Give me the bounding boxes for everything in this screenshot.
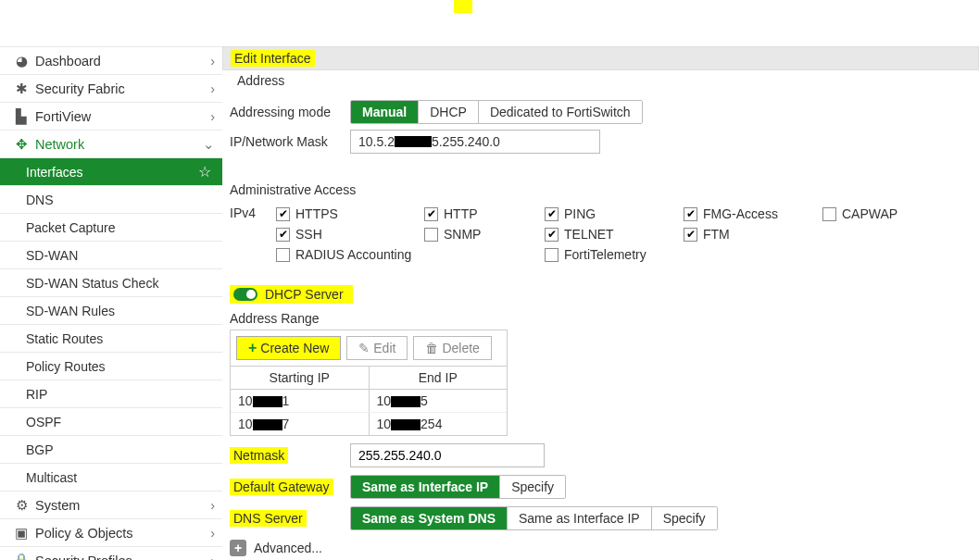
star-icon[interactable]: ☆ bbox=[198, 165, 211, 180]
sidebar-sub-packet-capture[interactable]: Packet Capture bbox=[0, 214, 222, 242]
panel-title-bar: Edit Interface bbox=[222, 46, 979, 70]
sidebar-label: Network bbox=[35, 137, 203, 152]
dns-segments: Same as System DNS Same as Interface IP … bbox=[350, 506, 718, 530]
checkbox-icon bbox=[424, 228, 438, 242]
sidebar-sub-dns[interactable]: DNS bbox=[0, 186, 222, 214]
chevron-right-icon: › bbox=[210, 109, 215, 124]
mode-dhcp[interactable]: DHCP bbox=[418, 101, 478, 123]
plus-square-icon: + bbox=[230, 540, 246, 556]
sidebar-item-security-profiles[interactable]: 🔒 Security Profiles › bbox=[0, 547, 222, 560]
sidebar-label: System bbox=[35, 498, 210, 513]
address-range-table: + Create New ✎ Edit 🗑 Delete S bbox=[230, 330, 508, 436]
col-end-ip: End IP bbox=[370, 367, 508, 389]
chk-capwap[interactable]: CAPWAP bbox=[822, 204, 934, 224]
checkbox-icon bbox=[822, 207, 836, 221]
chk-ftm[interactable]: FTM bbox=[684, 224, 822, 244]
table-row[interactable]: 107 10254 bbox=[231, 412, 507, 435]
chk-http[interactable]: HTTP bbox=[424, 204, 545, 224]
dhcp-title: DHCP Server bbox=[265, 287, 344, 302]
chevron-down-icon: ⌄ bbox=[203, 137, 215, 152]
sidebar-item-security-fabric[interactable]: ✱ Security Fabric › bbox=[0, 75, 222, 103]
gateway-label: Default Gateway bbox=[230, 479, 333, 495]
sidebar-sub-sdwan-status[interactable]: SD-WAN Status Check bbox=[0, 269, 222, 297]
checkbox-icon bbox=[276, 228, 290, 242]
sidebar-item-fortiview[interactable]: ▙ FortiView › bbox=[0, 103, 222, 131]
dhcp-toggle[interactable] bbox=[233, 288, 257, 301]
chk-radius[interactable]: RADIUS Accounting bbox=[276, 244, 424, 265]
edit-button[interactable]: ✎ Edit bbox=[346, 336, 408, 360]
netmask-label: Netmask bbox=[230, 447, 288, 464]
trash-icon: 🗑 bbox=[425, 341, 438, 355]
gateway-segments: Same as Interface IP Specify bbox=[350, 475, 566, 499]
sidebar-label: Policy & Objects bbox=[35, 526, 210, 541]
sidebar-label: Dashboard bbox=[35, 54, 210, 68]
redaction bbox=[391, 396, 420, 407]
fabric-icon: ✱ bbox=[13, 81, 30, 96]
chevron-right-icon: › bbox=[210, 81, 215, 96]
sidebar-sub-bgp[interactable]: BGP bbox=[0, 436, 222, 464]
advanced-toggle[interactable]: + Advanced... bbox=[230, 540, 979, 556]
address-range-label: Address Range bbox=[230, 311, 979, 326]
pencil-icon: ✎ bbox=[358, 341, 370, 355]
sidebar-sub-multicast[interactable]: Multicast bbox=[0, 464, 222, 492]
sidebar-item-policy-objects[interactable]: ▣ Policy & Objects › bbox=[0, 519, 222, 547]
addressing-mode-segments: Manual DHCP Dedicated to FortiSwitch bbox=[350, 100, 643, 124]
admin-access-header: Administrative Access bbox=[230, 180, 979, 200]
sidebar-item-network[interactable]: ✥ Network ⌄ bbox=[0, 131, 222, 158]
mode-manual[interactable]: Manual bbox=[351, 101, 418, 123]
table-row[interactable]: 101 105 bbox=[231, 390, 507, 412]
sidebar-sub-sdwan[interactable]: SD-WAN bbox=[0, 242, 222, 269]
sidebar-sub-static-routes[interactable]: Static Routes bbox=[0, 325, 222, 353]
gateway-specify[interactable]: Specify bbox=[499, 476, 565, 498]
chk-fmg[interactable]: FMG-Access bbox=[684, 204, 822, 224]
dns-system[interactable]: Same as System DNS bbox=[351, 507, 507, 529]
address-section-header: Address bbox=[230, 70, 979, 91]
chk-fortitelemetry[interactable]: FortiTelemetry bbox=[545, 244, 684, 265]
chevron-right-icon: › bbox=[210, 54, 215, 68]
sidebar-sub-policy-routes[interactable]: Policy Routes bbox=[0, 353, 222, 380]
dhcp-server-header: DHCP Server bbox=[230, 285, 979, 304]
create-new-button[interactable]: + Create New bbox=[236, 336, 341, 360]
netmask-input[interactable] bbox=[350, 443, 545, 467]
checkbox-icon bbox=[684, 228, 697, 242]
sidebar-label: Security Profiles bbox=[35, 554, 210, 561]
chevron-right-icon: › bbox=[210, 526, 215, 541]
chk-telnet[interactable]: TELNET bbox=[545, 224, 684, 244]
dns-interface[interactable]: Same as Interface IP bbox=[507, 507, 651, 529]
chk-snmp[interactable]: SNMP bbox=[424, 224, 545, 244]
addressing-mode-label: Addressing mode bbox=[230, 105, 350, 119]
top-highlight-marker bbox=[454, 0, 472, 13]
delete-button[interactable]: 🗑 Delete bbox=[413, 336, 491, 360]
netmask-row: Netmask bbox=[230, 443, 979, 467]
chk-ssh[interactable]: SSH bbox=[276, 224, 424, 244]
ip-mask-label: IP/Network Mask bbox=[230, 134, 350, 149]
lock-icon: 🔒 bbox=[13, 553, 30, 560]
mode-fortiswitch[interactable]: Dedicated to FortiSwitch bbox=[478, 101, 642, 123]
network-icon: ✥ bbox=[13, 137, 30, 152]
sidebar-sub-sdwan-rules[interactable]: SD-WAN Rules bbox=[0, 297, 222, 325]
sidebar-sub-ospf[interactable]: OSPF bbox=[0, 408, 222, 436]
dns-label: DNS Server bbox=[230, 510, 307, 527]
chk-https[interactable]: HTTPS bbox=[276, 204, 424, 224]
col-starting-ip: Starting IP bbox=[231, 367, 370, 389]
chk-ping[interactable]: PING bbox=[545, 204, 684, 224]
redaction bbox=[395, 136, 432, 147]
chart-icon: ▙ bbox=[13, 109, 30, 124]
gateway-same[interactable]: Same as Interface IP bbox=[351, 476, 499, 498]
sidebar-label: Interfaces bbox=[26, 165, 198, 180]
sidebar-item-system[interactable]: ⚙ System › bbox=[0, 492, 222, 519]
ip-mask-row: IP/Network Mask 10.5.25.255.240.0 bbox=[230, 130, 972, 154]
redaction bbox=[253, 396, 282, 407]
sidebar-sub-interfaces[interactable]: Interfaces ☆ bbox=[0, 158, 222, 186]
ip-mask-input[interactable]: 10.5.25.255.240.0 bbox=[350, 130, 600, 154]
ipv4-label: IPv4 bbox=[230, 204, 276, 265]
policy-icon: ▣ bbox=[13, 526, 30, 541]
sidebar-sub-rip[interactable]: RIP bbox=[0, 380, 222, 408]
chevron-right-icon: › bbox=[210, 554, 215, 561]
checkbox-icon bbox=[545, 207, 559, 221]
table-header: Starting IP End IP bbox=[231, 367, 507, 390]
page-title: Edit Interface bbox=[231, 50, 315, 67]
main-content: Edit Interface Address Addressing mode M… bbox=[222, 46, 979, 560]
sidebar-item-dashboard[interactable]: ◕ Dashboard › bbox=[0, 47, 222, 75]
dns-specify[interactable]: Specify bbox=[651, 507, 717, 529]
